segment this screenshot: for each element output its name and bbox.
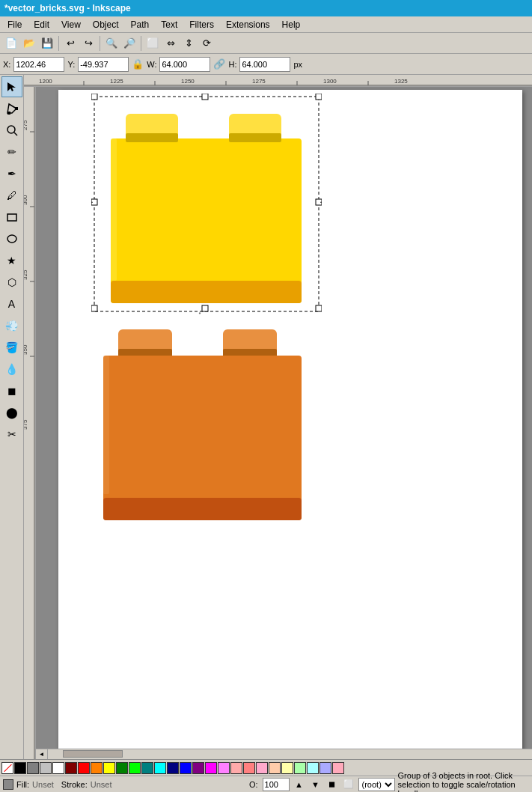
opacity-input[interactable]	[263, 778, 290, 791]
fill-tool[interactable]: 🪣	[1, 337, 22, 358]
save-button[interactable]: 💾	[39, 35, 55, 52]
menu-item-file[interactable]: File	[1, 18, 28, 31]
no-color-swatch[interactable]	[1, 762, 13, 774]
palette-swatch-16[interactable]	[218, 762, 230, 774]
palette-swatch-3[interactable]	[52, 762, 64, 774]
x-input[interactable]	[13, 57, 64, 72]
svg-marker-0	[7, 82, 16, 91]
palette-swatch-6[interactable]	[91, 762, 103, 774]
menu-item-extensions[interactable]: Extensions	[220, 18, 276, 31]
scroll-left-button[interactable]: ◄	[36, 749, 48, 759]
palette-swatch-0[interactable]	[14, 762, 26, 774]
canvas-area: 1200 1225 1250 1275 1300 1325 275	[24, 75, 532, 759]
w-label: W:	[147, 60, 156, 69]
svg-text:325: 325	[24, 269, 28, 280]
palette-swatch-15[interactable]	[205, 762, 217, 774]
menu-item-path[interactable]: Path	[125, 18, 156, 31]
palette-swatch-11[interactable]	[154, 762, 166, 774]
toolbox: ✏ ✒ 🖊 ★ ⬡ A 💨 🪣 💧 ◼ ⬤ ✂	[0, 75, 24, 759]
palette-swatch-17[interactable]	[230, 762, 242, 774]
svg-rect-37	[94, 97, 319, 311]
w-input[interactable]	[159, 57, 210, 72]
svg-rect-43	[91, 305, 97, 311]
palette-swatch-8[interactable]	[116, 762, 128, 774]
zoom-tool[interactable]	[1, 120, 22, 141]
palette-swatch-1[interactable]	[27, 762, 39, 774]
palette-swatch-21[interactable]	[281, 762, 293, 774]
text-tool[interactable]: A	[1, 293, 22, 314]
palette-swatch-24[interactable]	[319, 762, 331, 774]
ruler-vertical: 275 300 325 350 375	[24, 87, 36, 759]
y-label: Y:	[67, 60, 75, 69]
pencil-tool[interactable]: ✏	[1, 141, 22, 162]
dropper-tool[interactable]: 💧	[1, 359, 22, 380]
svg-rect-54	[103, 498, 302, 520]
canvas[interactable]: ↕ ↔ ↔	[36, 87, 532, 759]
svg-rect-3	[15, 107, 18, 110]
menu-item-text[interactable]: Text	[155, 18, 183, 31]
undo-button[interactable]: ↩	[62, 35, 79, 52]
menu-item-help[interactable]: Help	[276, 18, 307, 31]
flip-h-button[interactable]: ⇔	[162, 35, 179, 52]
node-tool[interactable]	[1, 98, 22, 119]
scrollbar-horizontal[interactable]	[48, 749, 532, 759]
svg-rect-44	[202, 305, 208, 311]
palette-swatch-14[interactable]	[192, 762, 204, 774]
svg-rect-2	[7, 112, 10, 115]
redo-button[interactable]: ↪	[80, 35, 97, 52]
spray-tool[interactable]: 💨	[1, 315, 22, 336]
menu-item-edit[interactable]: Edit	[28, 18, 55, 31]
unit-label: px	[293, 60, 302, 69]
title-text: *vector_bricks.svg - Inkscape	[4, 3, 131, 13]
lock-icon[interactable]: 🔒	[132, 58, 144, 70]
menu-item-view[interactable]: View	[55, 18, 87, 31]
palette-swatch-4[interactable]	[65, 762, 77, 774]
fill-swatch[interactable]	[3, 779, 13, 790]
layer-select[interactable]: (root)	[358, 778, 395, 791]
svg-rect-45	[316, 305, 322, 311]
new-button[interactable]: 📄	[3, 35, 19, 52]
zoom-out-button[interactable]: 🔎	[121, 35, 138, 52]
star-tool[interactable]: ★	[1, 250, 22, 271]
fill-icon2[interactable]: ⬜	[342, 778, 355, 791]
y-input[interactable]	[78, 57, 129, 72]
pen-tool[interactable]: ✒	[1, 163, 22, 184]
rotate-button[interactable]: ⟳	[198, 35, 215, 52]
rect-tool[interactable]	[1, 207, 22, 228]
connector-tool[interactable]: ⬤	[1, 402, 22, 423]
palette-swatch-5[interactable]	[78, 762, 90, 774]
palette-swatch-22[interactable]	[294, 762, 306, 774]
opacity-up[interactable]: ▲	[293, 778, 306, 791]
fill-icon[interactable]: ◼	[325, 778, 339, 791]
palette-swatch-9[interactable]	[129, 762, 141, 774]
palette-swatch-19[interactable]	[256, 762, 268, 774]
palette-swatch-25[interactable]	[332, 762, 344, 774]
eraser-tool[interactable]: ✂	[1, 424, 22, 445]
opacity-down[interactable]: ▼	[309, 778, 322, 791]
zoom-in-button[interactable]: 🔍	[103, 35, 120, 52]
scrollbar-thumb-h[interactable]	[63, 750, 123, 758]
gradient-tool[interactable]: ◼	[1, 380, 22, 401]
palette-swatch-2[interactable]	[40, 762, 52, 774]
menu-item-filters[interactable]: Filters	[183, 18, 220, 31]
3d-box-tool[interactable]: ⬡	[1, 272, 22, 293]
menu-item-object[interactable]: Object	[87, 18, 125, 31]
palette-swatch-7[interactable]	[103, 762, 115, 774]
palette-swatch-13[interactable]	[180, 762, 192, 774]
h-input[interactable]	[239, 57, 290, 72]
svg-text:350: 350	[24, 344, 28, 355]
palette-swatch-23[interactable]	[307, 762, 319, 774]
toolbar-sep-2	[100, 36, 100, 51]
open-button[interactable]: 📂	[21, 35, 37, 52]
flip-v-button[interactable]: ⇕	[180, 35, 197, 52]
ellipse-tool[interactable]	[1, 228, 22, 249]
menu-bar: FileEditViewObjectPathTextFiltersExtensi…	[0, 16, 532, 33]
palette-swatch-20[interactable]	[269, 762, 281, 774]
palette-swatch-10[interactable]	[141, 762, 153, 774]
palette-swatch-18[interactable]	[243, 762, 255, 774]
palette-swatch-12[interactable]	[167, 762, 179, 774]
select-tool[interactable]	[1, 76, 22, 97]
align-button[interactable]: ⬜	[144, 35, 161, 52]
calligraphy-tool[interactable]: 🖊	[1, 185, 22, 206]
lock-wh-icon[interactable]: 🔗	[213, 58, 225, 70]
